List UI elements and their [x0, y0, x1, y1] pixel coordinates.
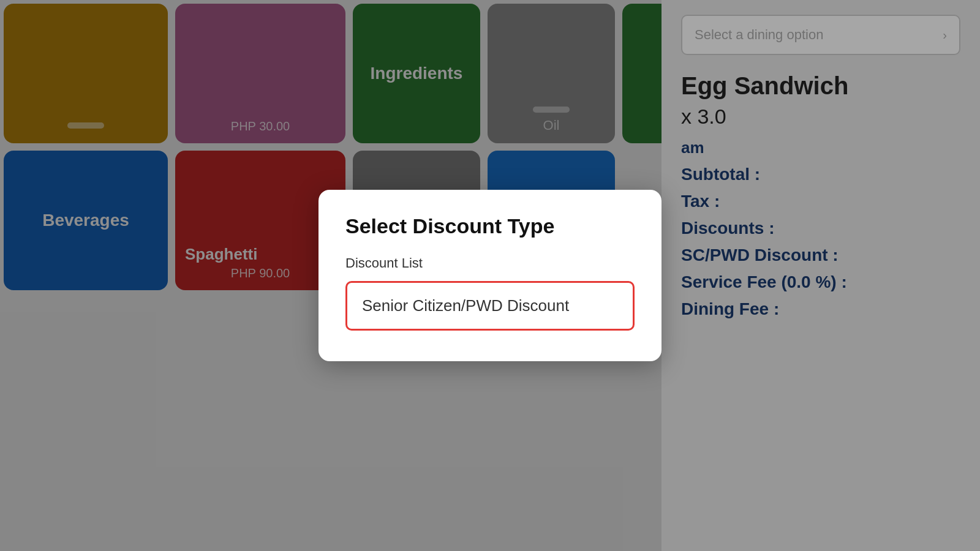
modal-overlay: Select Discount Type Discount List Senio… — [0, 0, 980, 551]
modal-title: Select Discount Type — [345, 214, 635, 238]
senior-citizen-pwd-option[interactable]: Senior Citizen/PWD Discount — [345, 281, 635, 331]
discount-list-label: Discount List — [345, 255, 635, 271]
select-discount-modal: Select Discount Type Discount List Senio… — [318, 190, 662, 361]
